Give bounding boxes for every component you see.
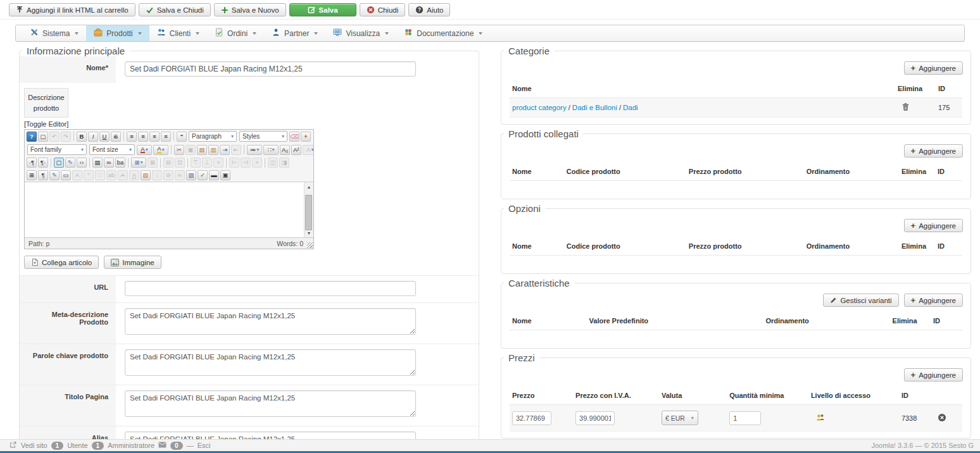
remove-format-icon[interactable]: ⌫ (289, 132, 299, 142)
subscript-icon[interactable]: A₂ (280, 145, 290, 155)
row-properties-icon[interactable]: ⊟ (163, 158, 173, 168)
caratteristiche-add-button[interactable]: + Aggiungere (904, 294, 963, 307)
collega-articolo-button[interactable]: Collega articolo (24, 256, 99, 269)
font-size-select[interactable]: Font size▾ (89, 144, 135, 155)
indent-icon[interactable]: ⇥ (220, 145, 230, 155)
add-cart-link-button[interactable]: Aggiungi il link HTML al carrello (9, 3, 135, 16)
strikethrough-icon[interactable]: S (111, 132, 121, 142)
citation-icon[interactable]: " (84, 170, 94, 180)
edit-html-icon[interactable]: ✎ (65, 158, 75, 168)
logout-link[interactable]: Esci (198, 442, 211, 449)
insert-row-above-icon[interactable]: ⊤ (191, 158, 201, 168)
find-icon[interactable]: ∞ (104, 158, 114, 168)
keywords-textarea[interactable]: Set Dadi FORGIATI BLUE Japan Racing M12x… (125, 349, 416, 376)
align-right-icon[interactable]: ≡ (149, 132, 160, 142)
help-icon[interactable]: ? (27, 132, 37, 142)
align-center-icon[interactable]: ≡ (138, 132, 148, 142)
scroll-up-icon[interactable]: ▲ (305, 182, 313, 191)
bold-icon[interactable]: B (77, 132, 87, 142)
style-props-icon[interactable]: A▾ (303, 145, 313, 155)
cell-properties-icon[interactable]: ⊡ (175, 158, 185, 168)
iframe-icon[interactable]: ▭ (61, 170, 71, 180)
undo-icon[interactable]: ↶ (49, 132, 60, 142)
delete-row-icon[interactable]: × (213, 158, 223, 168)
help-button[interactable]: ? Aiuto (408, 3, 450, 16)
quantita-minima-input[interactable] (729, 411, 761, 425)
trash-icon[interactable] (901, 105, 910, 113)
spellcheck-icon[interactable]: ✓ (198, 170, 208, 180)
blockquote-icon[interactable]: " (177, 132, 187, 142)
visual-aid-icon[interactable]: ¶ (38, 170, 48, 180)
insert-row-below-icon[interactable]: ⊥ (202, 158, 212, 168)
redo-icon[interactable]: ↷ (61, 132, 71, 142)
underline-icon[interactable]: U (99, 132, 110, 142)
font-family-select[interactable]: Font family▾ (27, 144, 87, 155)
category-link[interactable]: product category (512, 104, 567, 111)
cut-icon[interactable]: ✂ (174, 145, 184, 155)
split-cells-icon[interactable]: ◫ (268, 158, 278, 168)
absolute-position-icon[interactable]: ▣ (220, 170, 230, 180)
prezzi-add-button[interactable]: + Aggiungere (904, 368, 963, 382)
print-icon[interactable]: ▤ (92, 158, 103, 168)
save-close-button[interactable]: Salva e Chiudi (139, 3, 211, 16)
alias-textarea[interactable]: Set Dadi FORGIATI BLUE Japan Racing M12x… (125, 431, 416, 439)
vedi-sito-link[interactable]: Vedi sito (21, 442, 47, 449)
name-input[interactable] (125, 61, 416, 77)
align-justify-icon[interactable]: ≡ (161, 132, 171, 142)
fullscreen-icon[interactable]: ▢ (54, 158, 64, 168)
scroll-down-icon[interactable]: ▼ (305, 228, 313, 237)
close-button[interactable]: Chiudi (360, 3, 406, 16)
menu-prodotti[interactable]: Prodotti (86, 25, 149, 41)
category-link[interactable]: Dadi e Bulloni (572, 104, 617, 111)
menu-partner[interactable]: Partner (264, 25, 325, 41)
text-color-icon[interactable]: A▾ (137, 145, 152, 155)
insert-table-icon[interactable]: ⊞▾ (131, 158, 146, 168)
highlight-color-icon[interactable]: A▾ (153, 145, 168, 155)
paste-icon[interactable]: ▤ (197, 145, 207, 155)
menu-clienti[interactable]: Clienti (149, 25, 207, 41)
insertion-icon[interactable]: A (129, 170, 139, 180)
rtl-paragraph-icon[interactable]: ¶· (38, 158, 48, 168)
outdent-icon[interactable]: ⇤ (231, 145, 241, 155)
table-grid-icon[interactable]: ⊞ (27, 170, 37, 180)
abbreviation-icon[interactable]: ∷ (95, 170, 105, 180)
bullet-list-icon[interactable]: ∷▾ (263, 145, 279, 155)
meta-description-textarea[interactable]: Set Dadi FORGIATI BLUE Japan Racing M12x… (125, 308, 416, 335)
prezzo-iva-input[interactable] (575, 411, 615, 425)
page-title-textarea[interactable]: Set Dadi FORGIATI BLUE Japan Racing M12x… (125, 390, 416, 417)
acronym-icon[interactable]: ab (106, 170, 116, 180)
resize-grip[interactable] (307, 242, 313, 248)
gestisci-varianti-button[interactable]: Gestisci varianti (823, 294, 898, 307)
unlink-icon[interactable]: ⊘ (163, 170, 173, 180)
source-code-icon[interactable]: ‹› (77, 158, 87, 168)
immagine-button[interactable]: Immagine (104, 256, 161, 269)
new-document-icon[interactable]: ▢ (38, 132, 48, 142)
merge-cells-icon[interactable]: ◨ (279, 158, 289, 168)
insert-col-right-icon[interactable]: ⊣ (241, 158, 251, 168)
insert-image-icon[interactable]: ▧ (141, 170, 151, 180)
url-input[interactable] (125, 281, 416, 296)
prodotti-collegati-add-button[interactable]: + Aggiungere (904, 144, 963, 158)
ltr-paragraph-icon[interactable]: ·¶ (27, 158, 37, 168)
deletion-icon[interactable]: A (118, 170, 128, 180)
styles-select[interactable]: Styles▾ (239, 131, 287, 142)
delete-price-icon[interactable] (938, 416, 946, 423)
menu-sistema[interactable]: Sistema (22, 25, 86, 41)
copy-icon[interactable]: ▣ (185, 145, 196, 155)
category-link[interactable]: Dadi (623, 104, 638, 111)
numbered-list-icon[interactable]: ≔▾ (247, 145, 262, 155)
italic-icon[interactable]: I (88, 132, 98, 142)
save-new-button[interactable]: Salva e Nuovo (214, 3, 286, 16)
link-icon[interactable]: ∞ (175, 170, 185, 180)
delete-col-icon[interactable]: × (252, 158, 262, 168)
editor-body[interactable]: ▲ ▼ (25, 182, 313, 237)
save-button[interactable]: Salva (289, 3, 356, 16)
prezzo-input[interactable] (512, 411, 551, 425)
toggle-editor-link[interactable]: [Toggle Editor] (24, 120, 479, 128)
anchor-icon[interactable]: ↓ (152, 170, 162, 180)
image-icon[interactable]: ▧ (186, 170, 196, 180)
insert-col-left-icon[interactable]: ⊢ (229, 158, 239, 168)
editor-scrollbar[interactable]: ▲ ▼ (304, 182, 313, 237)
menu-ordini[interactable]: Ordini (207, 25, 264, 41)
layer-icon[interactable]: ▬ (209, 170, 219, 180)
